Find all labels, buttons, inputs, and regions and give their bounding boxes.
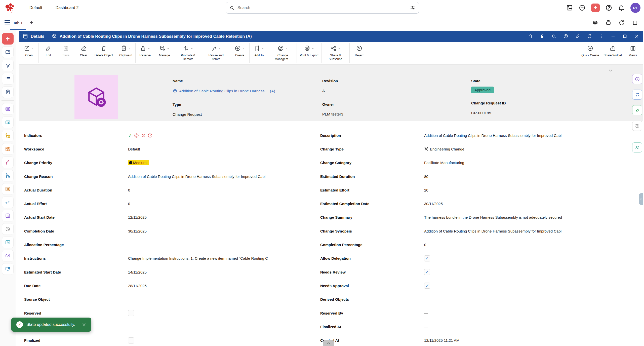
cube-icon — [173, 89, 177, 93]
sidebar-item-history[interactable] — [2, 223, 14, 235]
search-in-form-icon[interactable] — [551, 34, 556, 39]
sidebar-item-form[interactable] — [2, 103, 14, 115]
tab-1[interactable]: Tab 1 — [10, 16, 26, 30]
window-controls — [528, 34, 639, 39]
side-panel-buttons — [632, 74, 642, 152]
toast-close-icon[interactable] — [82, 322, 86, 327]
lock-icon[interactable] — [540, 34, 545, 39]
clear-button[interactable]: Clear — [75, 42, 92, 64]
field-label-estimated-duration: Estimated Duration — [320, 174, 424, 179]
change-management-button[interactable]: Change Managem... — [270, 42, 296, 64]
reload-form-icon[interactable] — [587, 34, 592, 39]
field-row-description: DescriptionAddition of Cable Routing Cli… — [320, 129, 638, 142]
maximize-window-icon[interactable] — [622, 34, 627, 39]
print-export-button[interactable]: Print & Export — [298, 42, 321, 64]
item-name-link[interactable]: Addition of Cable Routing Clips in Drone… — [173, 89, 313, 93]
help-circle-icon[interactable] — [563, 34, 568, 39]
team-panel-button[interactable] — [632, 142, 642, 152]
revise-iterate-button[interactable]: Revise and Iterate — [203, 42, 229, 64]
add-tab-button[interactable]: + — [28, 19, 35, 26]
scroll-to-top-chip[interactable] — [323, 340, 334, 346]
add-to-button[interactable]: Add To — [250, 42, 268, 64]
field-value-allow-delegation — [424, 255, 638, 261]
notifications-bell-icon[interactable] — [618, 4, 625, 11]
share-subscribe-button[interactable]: Share & Subscribe — [323, 42, 349, 64]
views-button[interactable]: Views — [624, 42, 642, 64]
copy-link-icon[interactable] — [575, 34, 580, 39]
quick-add-button[interactable]: + — [591, 4, 600, 12]
sidebar-item-window[interactable] — [2, 46, 14, 58]
collapse-panel-handle[interactable] — [639, 193, 643, 205]
history-panel-button[interactable] — [632, 121, 642, 131]
delete-object-button[interactable]: Delete Object — [92, 42, 115, 64]
add-circle-icon[interactable] — [579, 4, 586, 11]
field-value-allocation-percentage: — — [128, 243, 320, 247]
promote-demote-button[interactable]: Promote & Demote — [175, 42, 201, 64]
reject-button[interactable]: Reject — [350, 42, 368, 64]
app-logo-icon[interactable] — [4, 2, 16, 14]
toast-message: State updated successfully. — [26, 322, 75, 327]
search-input[interactable] — [237, 5, 410, 10]
sidebar-item-clipboard[interactable] — [2, 86, 14, 98]
sidebar-item-gauge[interactable] — [2, 250, 14, 261]
help-icon[interactable] — [605, 4, 612, 11]
global-search[interactable] — [226, 2, 419, 14]
checkbox-finalized[interactable] — [128, 337, 134, 343]
sidebar-item-nodes[interactable] — [2, 170, 14, 181]
collapse-header-chevron-icon[interactable] — [608, 68, 613, 73]
toolbar-right-group: Quick Create Share Widget Views — [579, 42, 642, 64]
open-button[interactable]: Open — [20, 42, 38, 64]
maximize-icon[interactable] — [632, 19, 638, 26]
menu-item-dashboard-2[interactable]: Dashboard 2 — [49, 0, 86, 16]
checkbox-allow-delegation[interactable] — [424, 255, 430, 261]
clipboard-button[interactable]: Clipboard — [117, 42, 135, 64]
field-row-needs-approval: Needs Approval — [320, 279, 638, 292]
links-panel-button[interactable] — [632, 105, 642, 115]
checkbox-needs-review[interactable] — [424, 269, 430, 275]
sidebar-item-chart[interactable] — [2, 237, 14, 248]
sidebar-add-button[interactable]: + — [2, 33, 14, 45]
close-icon[interactable] — [634, 34, 639, 39]
create-button[interactable]: Create — [231, 42, 249, 64]
manage-button[interactable]: Manage — [156, 42, 173, 64]
share-widget-button[interactable]: Share Widget — [601, 42, 624, 64]
save-button[interactable]: Save — [57, 42, 75, 64]
field-value-change-type: Engineering Change — [424, 147, 638, 151]
export-grid-icon[interactable] — [566, 4, 573, 11]
edit-button[interactable]: Edit — [39, 42, 57, 64]
sidebar-item-preview[interactable] — [2, 183, 14, 195]
field-label-estimated-start-date: Estimated Start Date — [24, 270, 128, 274]
sidebar-item-tree[interactable] — [2, 130, 14, 141]
field-value-needs-approval — [424, 283, 638, 289]
info-panel-button[interactable] — [632, 74, 642, 84]
clipboard-tray-icon[interactable] — [605, 19, 612, 26]
checkbox-needs-approval[interactable] — [424, 283, 430, 289]
sync-panel-button[interactable] — [632, 90, 642, 100]
user-avatar[interactable]: PT — [630, 3, 640, 13]
search-filters-icon[interactable] — [410, 5, 415, 11]
field-value-created-at: 12/11/2025 11:21 AM — [424, 338, 638, 342]
sidebar-item-compare[interactable] — [2, 197, 14, 208]
menu-item-default[interactable]: Default — [23, 0, 49, 16]
quick-create-button[interactable]: Quick Create — [579, 42, 601, 64]
window-title-details: Details — [31, 34, 44, 39]
minimize-icon[interactable] — [611, 34, 616, 39]
assistant-bot-icon[interactable] — [592, 19, 598, 26]
sidebar-item-branch[interactable] — [2, 157, 14, 168]
sidebar-item-board[interactable] — [2, 143, 14, 155]
change-request-id-value: CR-000185 — [471, 111, 612, 115]
checkbox-reserved[interactable] — [128, 310, 134, 316]
sidebar-item-table[interactable] — [2, 117, 14, 128]
sidebar-item-monitor-sync[interactable] — [2, 263, 14, 275]
field-label-change-reason: Change Reason — [24, 174, 128, 179]
more-options-kebab-icon[interactable] — [599, 34, 604, 39]
refresh-icon[interactable] — [618, 19, 625, 26]
reserve-button[interactable]: Reserve — [136, 42, 154, 64]
pending-clock-icon — [147, 133, 153, 138]
home-icon[interactable] — [528, 34, 533, 39]
sidebar-item-details-form[interactable] — [2, 210, 14, 221]
sidebar-item-filter[interactable] — [2, 60, 14, 71]
field-row-completion-percentage: Completion Percentage0 — [320, 238, 638, 251]
sidebar-item-list[interactable] — [2, 73, 14, 85]
field-value-actual-effort: 0 — [128, 202, 320, 206]
